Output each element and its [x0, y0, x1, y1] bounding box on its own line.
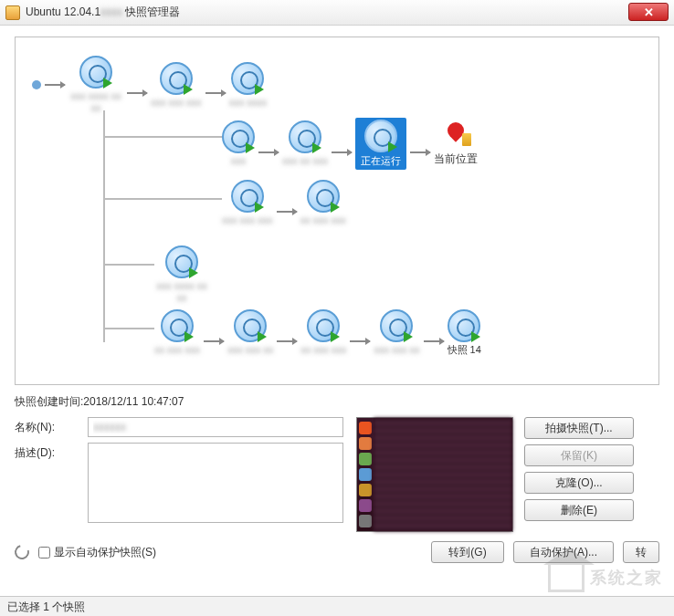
snapshot-clock-icon — [448, 309, 480, 342]
root-dot-icon — [32, 80, 41, 89]
snapshot-clock-icon — [231, 62, 264, 95]
snapshot-node[interactable]: xx xxx xxx — [154, 309, 200, 356]
snapshot-clock-icon — [364, 120, 397, 152]
delete-button[interactable]: 删除(E) — [524, 499, 634, 521]
app-icon — [5, 5, 20, 20]
snapshot-node[interactable]: xx xxx xxx — [300, 180, 346, 226]
snapshot-thumbnail[interactable] — [356, 417, 513, 532]
snapshot-clock-icon — [231, 180, 264, 213]
status-bar: 已选择 1 个快照 — [0, 596, 674, 616]
snapshot-node[interactable]: xxx xxxx xxxx — [154, 245, 209, 304]
arrow-icon — [332, 151, 352, 153]
snapshot-node[interactable]: xxx — [222, 120, 255, 167]
description-label: 描述(D): — [15, 443, 80, 461]
snapshot-node[interactable]: xxx xxx xxx — [151, 62, 202, 109]
name-input[interactable] — [88, 417, 343, 437]
branch-line — [103, 198, 222, 200]
goto-button[interactable]: 转到(G) — [431, 541, 504, 563]
snapshot-node[interactable]: xxx xxx xxx — [222, 180, 273, 226]
snapshot-clock-icon — [289, 120, 321, 153]
arrow-icon — [258, 151, 279, 153]
snapshot-clock-icon — [160, 62, 193, 95]
current-location-marker[interactable]: 当前位置 — [434, 120, 478, 167]
branch-line — [103, 328, 154, 329]
snapshot-clock-icon — [79, 56, 112, 89]
arrow-icon — [410, 151, 430, 153]
arrow-icon — [350, 340, 370, 342]
arrow-icon — [127, 92, 147, 94]
status-text: 已选择 1 个快照 — [7, 600, 85, 613]
arrow-icon — [204, 340, 224, 342]
snapshot-clock-icon — [234, 309, 267, 342]
branch-line — [103, 264, 154, 266]
arrow-icon — [424, 340, 444, 342]
close-button-partial[interactable]: 转 — [623, 541, 659, 563]
window-title: Ubuntu 12.04.1xxxx 快照管理器 — [26, 5, 669, 20]
branch-line — [103, 110, 105, 342]
show-autoprotect-input[interactable] — [38, 547, 50, 559]
snapshot-node-selected[interactable]: 正在运行 — [355, 118, 406, 170]
snapshot-node[interactable]: xxx xxxx xxxx — [68, 56, 123, 114]
keep-button[interactable]: 保留(K) — [524, 444, 634, 466]
arrow-icon — [205, 92, 226, 94]
snapshot-clock-icon — [307, 309, 340, 342]
snapshot-node[interactable]: 快照 14 — [448, 309, 481, 356]
snapshot-tree-panel: xxx xxxx xxxx xxx xxx xxx xxx xxxx — [15, 37, 659, 385]
snapshot-node[interactable]: xxx xxx xx — [374, 309, 419, 356]
take-snapshot-button[interactable]: 拍摄快照(T)... — [524, 417, 634, 439]
snapshot-clock-icon — [307, 180, 340, 213]
watermark: 系统之家 — [548, 565, 663, 592]
snapshot-node[interactable]: xxx xxx xx — [227, 309, 273, 356]
titlebar: Ubuntu 12.04.1xxxx 快照管理器 ✕ — [0, 0, 674, 26]
refresh-icon[interactable] — [12, 542, 32, 562]
snapshot-node[interactable]: xxx xx xxx — [282, 120, 328, 167]
arrow-icon — [277, 211, 297, 213]
name-label: 名称(N): — [15, 417, 80, 435]
description-input[interactable] — [88, 443, 343, 523]
snapshot-clock-icon — [165, 245, 198, 278]
details-panel: 快照创建时间:2018/12/11 10:47:07 名称(N): 描述(D): — [15, 394, 659, 563]
snapshot-node[interactable]: xxx xxxx — [229, 62, 268, 109]
clone-button[interactable]: 克隆(O)... — [524, 472, 634, 494]
arrow-icon — [45, 84, 65, 86]
autoprotect-button[interactable]: 自动保护(A)... — [513, 541, 614, 563]
snapshot-clock-icon — [380, 309, 413, 342]
created-time-label: 快照创建时间:2018/12/11 10:47:07 — [15, 394, 659, 410]
branch-line — [103, 136, 222, 138]
show-autoprotect-checkbox[interactable]: 显示自动保护快照(S) — [38, 545, 156, 560]
close-button[interactable]: ✕ — [628, 3, 669, 21]
arrow-icon — [277, 340, 297, 342]
snapshot-clock-icon — [222, 120, 255, 153]
snapshot-node[interactable]: xx xxx xxx — [300, 309, 346, 356]
location-pin-icon — [446, 120, 466, 151]
snapshot-clock-icon — [161, 309, 194, 342]
